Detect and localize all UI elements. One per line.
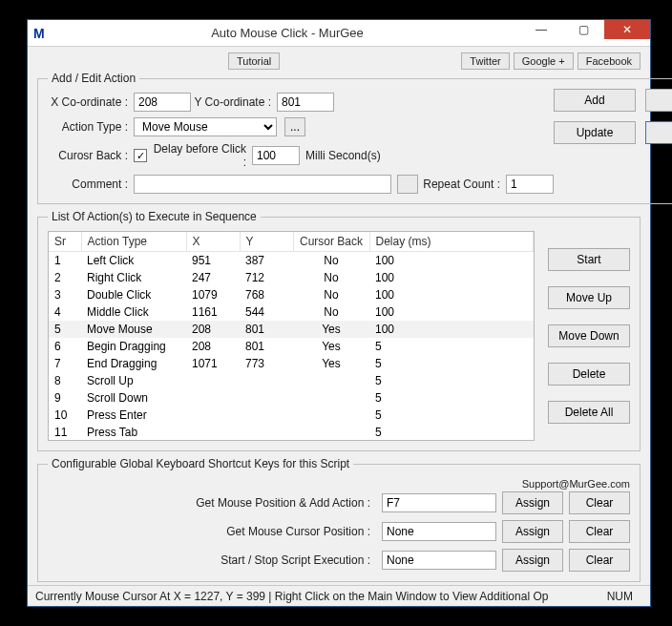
more-button[interactable]: ... [284,117,305,136]
main-window: M Auto Mouse Click - MurGee — ▢ ✕ Tutori… [27,19,651,607]
sc3-label: Start / Stop Script Execution : [220,553,376,567]
x-input[interactable] [134,93,191,112]
google-link[interactable]: Google + [514,52,574,70]
col-sr[interactable]: Sr [49,232,81,252]
deleteall-button[interactable]: Delete All [548,401,630,424]
sc2-input[interactable] [382,522,496,541]
minimize-button[interactable]: — [520,20,562,39]
support-link[interactable]: Support@MurGee.com [48,478,630,490]
facebook-link[interactable]: Facebook [578,52,640,70]
table-row[interactable]: 11Press Tab5 [49,424,534,441]
sc3-assign[interactable]: Assign [502,549,563,572]
sc2-label: Get Mouse Cursor Position : [226,525,376,538]
col-cb[interactable]: Cursor Back [293,232,369,252]
comment-input[interactable] [134,175,391,194]
delay-label: Delay before Click : [147,142,252,169]
sc1-clear[interactable]: Clear [569,491,630,514]
sc3-input[interactable] [382,551,496,570]
titlebar[interactable]: M Auto Mouse Click - MurGee — ▢ ✕ [28,20,650,47]
tutorial-link[interactable]: Tutorial [228,52,280,70]
moveup-button[interactable]: Move Up [548,286,630,309]
table-row[interactable]: 5Move Mouse208801Yes100 [49,321,534,338]
cursor-back-checkbox[interactable]: ✓ [134,149,147,162]
update-button[interactable]: Update [554,121,636,144]
delay-unit: Milli Second(s) [300,149,387,162]
action-list-group: List Of Action(s) to Execute in Sequence… [37,210,640,451]
table-row[interactable]: 10Press Enter5 [49,407,534,424]
y-label: Y Co-ordinate : [191,95,277,109]
action-type-select[interactable]: Move Mouse [134,117,277,136]
cursor-back-label: Curosr Back : [48,149,134,162]
table-row[interactable]: 1Left Click951387No100 [49,252,534,270]
table-row[interactable]: 3Double Click1079768No100 [49,286,534,303]
edit-action-group: Add / Edit Action X Co-ordinate : Y Co-o… [37,72,672,204]
close-button[interactable]: ✕ [604,20,650,39]
col-type[interactable]: Action Type [81,232,186,252]
y-input[interactable] [277,93,334,112]
delay-input[interactable] [252,146,300,165]
start-button[interactable]: Start [548,248,630,271]
table-row[interactable]: 7End Dragging1071773Yes5 [49,355,534,372]
col-y[interactable]: Y [240,232,293,252]
sc2-assign[interactable]: Assign [502,520,563,543]
comment-extra-button[interactable] [397,175,418,194]
twitter-link[interactable]: Twitter [461,52,509,70]
col-x[interactable]: X [186,232,240,252]
shortcuts-legend: Configurable Global Keyboard Shortcut Ke… [48,457,353,470]
movedown-button[interactable]: Move Down [548,324,630,347]
table-row[interactable]: 2Right Click247712No100 [49,269,534,286]
table-row[interactable]: 6Begin Dragging208801Yes5 [49,338,534,355]
shortcuts-group: Configurable Global Keyboard Shortcut Ke… [37,457,640,582]
save-button[interactable]: Save [645,121,672,144]
repeat-input[interactable] [506,175,554,194]
window-title: Auto Mouse Click - MurGee [54,26,520,40]
table-row[interactable]: 8Scroll Up5 [49,372,534,389]
list-legend: List Of Action(s) to Execute in Sequence [48,210,261,223]
sc1-assign[interactable]: Assign [502,491,563,514]
maximize-button[interactable]: ▢ [562,20,604,39]
table-row[interactable]: 4Middle Click1161544No100 [49,303,534,321]
sc3-clear[interactable]: Clear [569,549,630,572]
action-table[interactable]: Sr Action Type X Y Cursor Back Delay (ms… [48,231,535,441]
comment-label: Comment : [48,177,134,191]
delete-button[interactable]: Delete [548,363,630,386]
app-icon: M [33,26,49,41]
statusbar: Currently Mouse Cursor At X = 1227, Y = … [28,585,650,606]
sc1-input[interactable] [382,493,496,512]
table-row[interactable]: 9Scroll Down5 [49,389,534,407]
col-delay[interactable]: Delay (ms) [369,232,534,252]
sc1-label: Get Mouse Position & Add Action : [196,496,376,510]
edit-legend: Add / Edit Action [48,72,139,85]
add-button[interactable]: Add [554,89,636,112]
load-button[interactable]: Load [645,89,672,112]
status-text: Currently Mouse Cursor At X = 1227, Y = … [35,590,598,603]
type-label: Action Type : [48,120,134,134]
status-numlock: NUM [598,590,642,603]
sc2-clear[interactable]: Clear [569,520,630,543]
x-label: X Co-ordinate : [48,95,134,109]
repeat-label: Repeat Count : [418,177,506,191]
window-controls: — ▢ ✕ [520,20,650,46]
